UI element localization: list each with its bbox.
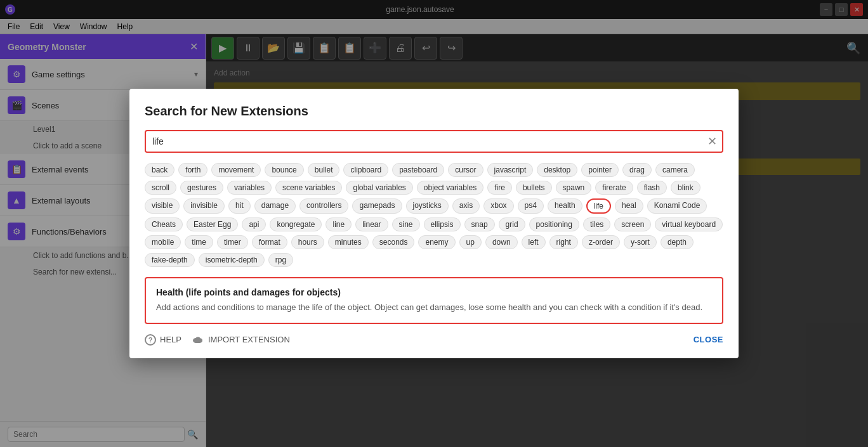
tag-timer[interactable]: timer [217, 235, 248, 249]
tag-global-variables[interactable]: global variables [346, 181, 412, 195]
tag-left[interactable]: left [522, 235, 546, 249]
tag-scene-variables[interactable]: scene variables [275, 181, 342, 195]
tag-grid[interactable]: grid [499, 217, 525, 231]
modal-overlay: Search for New Extensions ✕ back forth m… [0, 0, 868, 447]
tag-desktop[interactable]: desktop [537, 163, 577, 177]
tag-variables[interactable]: variables [227, 181, 272, 195]
tag-camera[interactable]: camera [655, 163, 695, 177]
tag-rpg[interactable]: rpg [268, 253, 293, 267]
tag-virtual-keyboard[interactable]: virtual keyboard [655, 217, 723, 231]
tag-ps4[interactable]: ps4 [518, 198, 544, 214]
tag-linear[interactable]: linear [355, 217, 388, 231]
tag-xbox[interactable]: xbox [483, 198, 513, 214]
help-label: HELP [160, 335, 181, 344]
tag-z-order[interactable]: z-order [582, 235, 620, 249]
tag-hit[interactable]: hit [228, 198, 251, 214]
tag-pasteboard[interactable]: pasteboard [392, 163, 444, 177]
tag-depth[interactable]: depth [661, 235, 694, 249]
tag-fake-depth[interactable]: fake-depth [145, 253, 195, 267]
tag-easter-egg[interactable]: Easter Egg [187, 217, 238, 231]
tag-damage[interactable]: damage [254, 198, 296, 214]
tag-minutes[interactable]: minutes [328, 235, 369, 249]
tag-seconds[interactable]: seconds [372, 235, 415, 249]
tag-gestures[interactable]: gestures [180, 181, 223, 195]
help-icon: ? [145, 334, 156, 346]
tag-right[interactable]: right [549, 235, 578, 249]
tag-health[interactable]: health [548, 198, 582, 214]
tag-blink[interactable]: blink [671, 181, 700, 195]
tag-time[interactable]: time [185, 235, 213, 249]
tag-pointer[interactable]: pointer [581, 163, 619, 177]
tag-firerate[interactable]: firerate [595, 181, 633, 195]
search-extensions-modal: Search for New Extensions ✕ back forth m… [129, 89, 739, 358]
tag-snap[interactable]: snap [464, 217, 495, 231]
tag-heal[interactable]: heal [615, 198, 643, 214]
tag-movement[interactable]: movement [211, 163, 261, 177]
result-card: Health (life points and damages for obje… [145, 277, 723, 324]
tag-drag[interactable]: drag [622, 163, 652, 177]
tag-scroll[interactable]: scroll [145, 181, 176, 195]
tag-bullets[interactable]: bullets [516, 181, 552, 195]
tag-visible[interactable]: visible [145, 198, 180, 214]
tag-sine[interactable]: sine [392, 217, 420, 231]
modal-search-input[interactable] [145, 130, 723, 153]
tag-life[interactable]: life [586, 198, 611, 214]
tag-line[interactable]: line [326, 217, 352, 231]
tag-up[interactable]: up [459, 235, 482, 249]
svg-rect-3 [195, 340, 201, 343]
tag-down[interactable]: down [485, 235, 518, 249]
import-extension-button[interactable]: IMPORT EXTENSION [192, 335, 290, 345]
help-button[interactable]: ? HELP [145, 334, 181, 346]
modal-title: Search for New Extensions [145, 104, 723, 119]
tag-mobile[interactable]: mobile [145, 235, 181, 249]
tag-isometric-depth[interactable]: isometric-depth [199, 253, 265, 267]
tag-object-variables[interactable]: object variables [417, 181, 483, 195]
tag-y-sort[interactable]: y-sort [624, 235, 657, 249]
tag-spawn[interactable]: spawn [556, 181, 592, 195]
tag-gamepads[interactable]: gamepads [352, 198, 402, 214]
tag-bounce[interactable]: bounce [265, 163, 303, 177]
tags-area: back forth movement bounce bullet clipbo… [145, 163, 723, 267]
tag-axis[interactable]: axis [452, 198, 480, 214]
tag-positioning[interactable]: positioning [529, 217, 579, 231]
modal-search-clear-button[interactable]: ✕ [707, 134, 717, 148]
tag-forth[interactable]: forth [178, 163, 207, 177]
modal-close-button[interactable]: CLOSE [694, 335, 723, 344]
tag-fire[interactable]: fire [487, 181, 512, 195]
tag-konami-code[interactable]: Konami Code [647, 198, 707, 214]
tag-screen[interactable]: screen [614, 217, 651, 231]
tag-back[interactable]: back [145, 163, 174, 177]
tag-cheats[interactable]: Cheats [145, 217, 183, 231]
tag-bullet[interactable]: bullet [308, 163, 340, 177]
tag-joysticks[interactable]: joysticks [406, 198, 449, 214]
result-card-title: Health (life points and damages for obje… [156, 287, 712, 297]
tag-kongregate[interactable]: kongregate [270, 217, 322, 231]
result-card-description: Add actions and conditions to manage the… [156, 301, 712, 314]
tag-flash[interactable]: flash [637, 181, 667, 195]
tag-javascript[interactable]: javascript [487, 163, 534, 177]
tag-clipboard[interactable]: clipboard [343, 163, 388, 177]
tag-hours[interactable]: hours [291, 235, 324, 249]
cloud-icon [192, 335, 204, 345]
tag-api[interactable]: api [242, 217, 266, 231]
tag-enemy[interactable]: enemy [418, 235, 455, 249]
tag-ellipsis[interactable]: ellipsis [424, 217, 461, 231]
tag-invisible[interactable]: invisible [183, 198, 225, 214]
modal-search-box: ✕ [145, 130, 723, 153]
import-label: IMPORT EXTENSION [208, 335, 290, 344]
tag-cursor[interactable]: cursor [448, 163, 483, 177]
modal-footer: ? HELP IMPORT EXTENSION CLOSE [145, 334, 723, 346]
tag-format[interactable]: format [252, 235, 287, 249]
tag-tiles[interactable]: tiles [583, 217, 610, 231]
tag-controllers[interactable]: controllers [299, 198, 348, 214]
